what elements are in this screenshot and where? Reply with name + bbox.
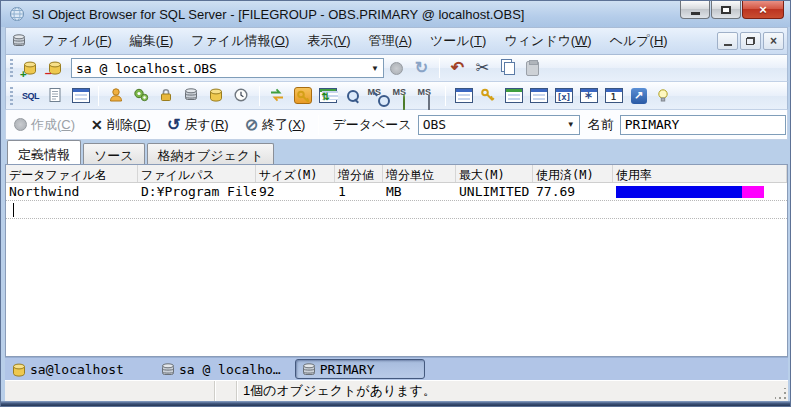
toolbar-grip (10, 87, 13, 105)
sql-editor-button[interactable]: SQL (18, 84, 43, 108)
table-sync-icon (319, 88, 337, 103)
name-label: 名前 (588, 116, 614, 134)
column-header-file-name[interactable]: データファイル名 (6, 165, 138, 182)
taskbar-item-session-tree[interactable]: sa@localhost (11, 362, 124, 377)
database-combobox[interactable]: OBS ▼ (418, 115, 580, 135)
view-table-button[interactable] (501, 84, 526, 108)
process-button[interactable] (129, 84, 154, 108)
cell-max[interactable]: UNLIMITED (456, 183, 533, 200)
maximize-button[interactable] (711, 1, 741, 19)
toolbar-separator (445, 86, 446, 106)
minimize-icon (691, 12, 700, 15)
table-sync-button[interactable] (315, 84, 340, 108)
create-icon (14, 118, 27, 131)
lock-icon (158, 87, 175, 104)
copy-button[interactable] (495, 56, 520, 80)
menu-item-window[interactable]: ウィンドウ(W) (495, 28, 600, 54)
delete-button[interactable]: ✕ 削除(D) (83, 116, 159, 134)
ms-config-button[interactable]: MS (390, 84, 415, 108)
security-button[interactable] (154, 84, 179, 108)
tab-source[interactable]: ソース (83, 143, 145, 164)
cell-increment-unit[interactable]: MB (383, 183, 456, 200)
window-number-button[interactable] (601, 84, 626, 108)
close-button[interactable]: × (742, 1, 784, 19)
cell-used[interactable]: 77.69 (533, 183, 613, 200)
mdi-close-icon: × (770, 35, 777, 47)
refresh-button[interactable]: ↻ (409, 56, 434, 80)
undo-button[interactable]: ↶ (445, 56, 470, 80)
key-icon (480, 87, 497, 104)
revert-icon: ↺ (167, 115, 180, 134)
lightbulb-icon (655, 87, 672, 104)
window-asterisk-icon (580, 88, 598, 103)
column-header-increment[interactable]: 増分値 (335, 165, 383, 182)
key-button[interactable] (476, 84, 501, 108)
menu-item-file[interactable]: ファイル(F) (33, 28, 121, 54)
filegroup-button[interactable] (204, 84, 229, 108)
disconnect-button[interactable]: − (43, 56, 68, 80)
menu-item-help[interactable]: ヘルプ(H) (601, 28, 677, 54)
revert-label: 戻す(R) (184, 116, 228, 134)
name-input[interactable] (620, 115, 786, 135)
database-stack-icon (160, 362, 175, 377)
mdi-minimize-icon (724, 44, 732, 46)
database-stack-icon (301, 362, 316, 377)
table-row[interactable]: Northwind D:¥Program Files¥ 92 1 MB UNLI… (6, 183, 787, 201)
menu-item-file-info[interactable]: ファイル情報(O) (182, 28, 298, 54)
minimize-button[interactable] (680, 1, 710, 19)
shortcut-button[interactable]: ↗ (626, 84, 651, 108)
ms-search-button[interactable]: MS (365, 84, 390, 108)
connect-button[interactable]: + (18, 56, 43, 80)
taskbar-item-session-window[interactable]: sa @ localho… (160, 362, 281, 377)
tab-definition[interactable]: 定義情報 (7, 140, 81, 164)
cut-button[interactable]: ✂ (470, 56, 495, 80)
script-button[interactable] (43, 84, 68, 108)
hint-button[interactable] (651, 84, 676, 108)
create-label: 作成(C) (31, 116, 75, 134)
window-lines-button[interactable] (526, 84, 551, 108)
table-row-empty[interactable] (6, 201, 787, 219)
toolbar-separator (439, 58, 440, 78)
column-header-max[interactable]: 最大(M) (456, 165, 533, 182)
column-header-usage[interactable]: 使用率 (613, 165, 787, 182)
key-card-button[interactable] (290, 84, 315, 108)
sql-search-button[interactable] (340, 84, 365, 108)
column-header-file-path[interactable]: ファイルパス (138, 165, 256, 182)
clock-icon (233, 87, 250, 104)
session-grid-button[interactable] (68, 84, 93, 108)
key-card-icon (294, 87, 312, 104)
user-button[interactable] (104, 84, 129, 108)
menu-item-view[interactable]: 表示(V) (298, 28, 359, 54)
mdi-close-button[interactable]: × (763, 32, 784, 50)
window-x-button[interactable] (551, 84, 576, 108)
table-button[interactable] (451, 84, 476, 108)
cell-size[interactable]: 92 (256, 183, 335, 200)
revert-button[interactable]: ↺ 戻す(R) (159, 115, 237, 134)
window-number-icon (605, 88, 623, 103)
schedule-button[interactable] (229, 84, 254, 108)
session-combobox[interactable]: sa @ localhost.OBS ▼ (71, 58, 384, 78)
cell-file-name[interactable]: Northwind (6, 183, 138, 200)
taskbar-item-primary-active[interactable]: PRIMARY (295, 359, 425, 379)
exit-button[interactable]: ⊘ 終了(X) (237, 115, 314, 134)
column-header-increment-unit[interactable]: 増分単位 (383, 165, 456, 182)
database-stack-icon (183, 87, 200, 104)
resize-grip[interactable] (775, 388, 788, 401)
window-asterisk-button[interactable] (576, 84, 601, 108)
column-header-used[interactable]: 使用済(M) (533, 165, 613, 182)
column-header-size[interactable]: サイズ(M) (256, 165, 335, 182)
database-list-button[interactable] (179, 84, 204, 108)
status-panel-2 (215, 381, 237, 401)
menu-item-tools[interactable]: ツール(T) (421, 28, 495, 54)
cell-file-path[interactable]: D:¥Program Files¥ (138, 183, 256, 200)
magnifier-icon (347, 90, 359, 102)
tab-stored-objects[interactable]: 格納オブジェクト (147, 143, 275, 164)
mdi-restore-button[interactable] (740, 32, 761, 50)
ms-computer-button[interactable]: MS (415, 84, 440, 108)
cell-increment[interactable]: 1 (335, 183, 383, 200)
menu-item-edit[interactable]: 編集(E) (121, 28, 182, 54)
user-icon (108, 87, 125, 104)
data-transfer-button[interactable] (265, 84, 290, 108)
mdi-minimize-button[interactable] (717, 32, 738, 50)
menu-item-manage[interactable]: 管理(A) (360, 28, 421, 54)
